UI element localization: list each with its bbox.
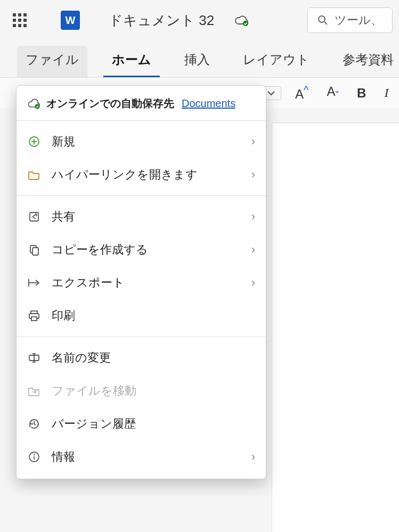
app-launcher-icon[interactable]: [13, 13, 27, 27]
share-icon: [27, 210, 41, 224]
menu-share[interactable]: 共有 ›: [17, 200, 266, 233]
cloud-check-icon: [27, 99, 41, 109]
export-icon: [27, 276, 41, 290]
tab-file[interactable]: ファイル: [17, 46, 87, 77]
autosave-row: オンラインでの自動保存先 Documents: [17, 89, 266, 118]
tab-references[interactable]: 参考資料: [334, 46, 399, 77]
menu-export-label: エクスポート: [52, 275, 241, 291]
font-decrease-button[interactable]: Aˇ: [322, 84, 343, 102]
chevron-right-icon: ›: [251, 450, 255, 464]
info-icon: [27, 450, 41, 464]
menu-print[interactable]: 印刷: [17, 299, 266, 332]
document-canvas[interactable]: [272, 122, 399, 532]
search-placeholder: ツール、: [335, 12, 382, 28]
ribbon-tabs: ファイル ホーム 挿入 レイアウト 参考資料 校閲: [0, 38, 399, 78]
svg-point-3: [35, 104, 40, 109]
menu-open-hyperlink[interactable]: ハイパーリンクを開きます ›: [17, 158, 266, 191]
menu-print-label: 印刷: [52, 308, 255, 324]
word-logo-letter: W: [66, 14, 76, 27]
svg-line-2: [324, 22, 327, 24]
document-title[interactable]: ドキュメント 32: [109, 11, 214, 30]
rename-icon: [27, 351, 41, 365]
menu-make-copy-label: コピーを作成する: [52, 242, 241, 258]
cloud-sync-icon[interactable]: [234, 14, 249, 26]
tab-layout[interactable]: レイアウト: [234, 46, 318, 77]
copy-icon: [27, 243, 41, 257]
menu-version-history-label: バージョン履歴: [52, 416, 255, 432]
font-increase-button[interactable]: A^: [291, 84, 313, 102]
word-logo-icon: W: [61, 11, 80, 30]
menu-version-history[interactable]: バージョン履歴: [17, 407, 266, 440]
autosave-location-link[interactable]: Documents: [182, 97, 235, 110]
menu-make-copy[interactable]: コピーを作成する ›: [17, 233, 266, 266]
chevron-right-icon: ›: [251, 168, 255, 182]
menu-new[interactable]: 新規 ›: [17, 125, 266, 158]
chevron-right-icon: ›: [251, 210, 255, 224]
print-icon: [27, 309, 41, 323]
chevron-right-icon: ›: [251, 135, 255, 149]
menu-info[interactable]: 情報 ›: [17, 440, 266, 473]
folder-open-icon: [27, 168, 41, 182]
menu-rename-label: 名前の変更: [52, 350, 255, 366]
chevron-right-icon: ›: [251, 243, 255, 257]
bold-button[interactable]: B: [353, 86, 370, 101]
svg-point-22: [34, 454, 35, 455]
menu-info-label: 情報: [52, 449, 241, 465]
menu-export[interactable]: エクスポート ›: [17, 266, 266, 299]
menu-move-file: ファイルを移動: [17, 374, 266, 407]
menu-share-label: 共有: [52, 209, 241, 225]
file-menu: オンラインでの自動保存先 Documents 新規 › ハイパーリンクを開きます…: [16, 85, 266, 479]
italic-button[interactable]: I: [380, 86, 393, 100]
menu-rename[interactable]: 名前の変更: [17, 341, 266, 374]
tab-home[interactable]: ホーム: [103, 46, 160, 77]
chevron-right-icon: ›: [251, 276, 255, 290]
autosave-label: オンラインでの自動保存先: [46, 96, 174, 111]
folder-move-icon: [27, 384, 41, 398]
title-bar: W ドキュメント 32 ツール、: [0, 0, 399, 38]
tab-insert[interactable]: 挿入: [176, 46, 218, 77]
svg-point-1: [319, 16, 325, 22]
plus-circle-icon: [27, 135, 41, 149]
history-icon: [27, 417, 41, 431]
svg-rect-9: [32, 248, 38, 255]
svg-rect-7: [30, 212, 38, 221]
menu-new-label: 新規: [52, 134, 241, 150]
svg-point-0: [243, 21, 248, 26]
menu-open-hyperlink-label: ハイパーリンクを開きます: [52, 167, 241, 183]
menu-move-file-label: ファイルを移動: [52, 383, 255, 399]
search-icon: [317, 15, 328, 26]
search-box[interactable]: ツール、: [307, 7, 393, 33]
svg-line-20: [34, 424, 36, 425]
svg-rect-14: [31, 317, 37, 321]
